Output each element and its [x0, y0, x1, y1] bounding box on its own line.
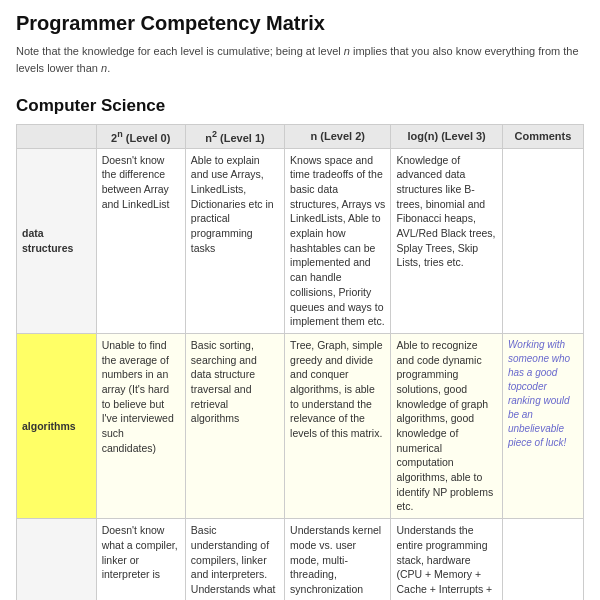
row-label-data-structures: data structures	[17, 148, 97, 333]
col-header-level2: n (Level 2)	[285, 125, 391, 149]
subtitle: Note that the knowledge for each level i…	[16, 43, 584, 76]
row-label-systems: systems programming	[17, 519, 97, 600]
col-header-level1: n2 (Level 1)	[185, 125, 284, 149]
row-label-algorithms: algorithms	[17, 333, 97, 518]
cell-alg-comment: Working with someone who has a good topc…	[502, 333, 583, 518]
cell-ds-comment	[502, 148, 583, 333]
cell-alg-l1: Basic sorting, searching and data struct…	[185, 333, 284, 518]
cell-sys-l2: Understands kernel mode vs. user mode, m…	[285, 519, 391, 600]
cell-ds-l3: Knowledge of advanced data structures li…	[391, 148, 502, 333]
cell-alg-l3: Able to recognize and code dynamic progr…	[391, 333, 502, 518]
cell-sys-l1: Basic understanding of compilers, linker…	[185, 519, 284, 600]
table-row: data structures Doesn't know the differe…	[17, 148, 584, 333]
cell-sys-l3: Understands the entire programming stack…	[391, 519, 502, 600]
table-row: algorithms Unable to find the average of…	[17, 333, 584, 518]
cell-ds-l1: Able to explain and use Arrays, LinkedLi…	[185, 148, 284, 333]
competency-table: 2n (Level 0) n2 (Level 1) n (Level 2) lo…	[16, 124, 584, 600]
page-title: Programmer Competency Matrix	[16, 12, 584, 35]
col-header-level0: 2n (Level 0)	[96, 125, 185, 149]
cell-alg-l0: Unable to find the average of numbers in…	[96, 333, 185, 518]
table-row: systems programming Doesn't know what a …	[17, 519, 584, 600]
col-header-rowlabel	[17, 125, 97, 149]
cell-alg-l2: Tree, Graph, simple greedy and divide an…	[285, 333, 391, 518]
cell-sys-l0: Doesn't know what a compiler, linker or …	[96, 519, 185, 600]
cell-ds-l0: Doesn't know the difference between Arra…	[96, 148, 185, 333]
cell-sys-comment	[502, 519, 583, 600]
cell-ds-l2: Knows space and time tradeoffs of the ba…	[285, 148, 391, 333]
section-title: Computer Science	[16, 96, 584, 116]
col-header-level3: log(n) (Level 3)	[391, 125, 502, 149]
col-header-comments: Comments	[502, 125, 583, 149]
